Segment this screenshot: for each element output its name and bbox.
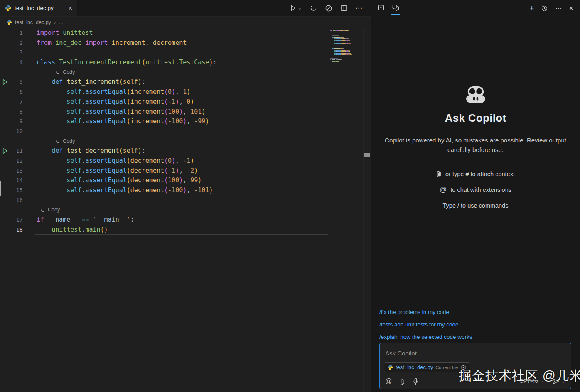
line-number: 15 xyxy=(0,186,23,196)
codelens-label: Cody xyxy=(63,68,75,78)
code-text[interactable]: if __name__ == '__main__': xyxy=(37,215,134,225)
code-line[interactable]: 7 self.assertEqual(increment(-1), 0) xyxy=(0,97,328,107)
new-edit-session-icon[interactable] xyxy=(378,4,385,13)
code-text[interactable]: self.assertEqual(increment(-100), -99) xyxy=(37,117,209,127)
codelens-label: Cody xyxy=(48,205,60,215)
tab-test-inc-dec[interactable]: test_inc_dec.py × xyxy=(0,0,78,16)
code-line[interactable]: 12 self.assertEqual(decrement(0), -1) xyxy=(0,156,328,166)
code-line[interactable]: 1import unittest xyxy=(0,28,328,38)
breadcrumb[interactable]: test_inc_dec.py › ... xyxy=(0,17,371,28)
line-number: 12 xyxy=(0,156,23,166)
copilot-logo-icon xyxy=(371,85,580,105)
line-number: 2 xyxy=(0,38,23,48)
editor-group: test_inc_dec.py × ⌄ ⋯ test_inc_dec.py › xyxy=(0,0,371,392)
code-line[interactable]: 11 def test_decrement(self): xyxy=(0,146,328,156)
history-icon[interactable] xyxy=(541,5,548,12)
code-line[interactable]: 15 self.assertEqual(decrement(-100), -10… xyxy=(0,186,328,196)
codelens-cody-link[interactable]: Cody xyxy=(55,137,75,147)
panel-more-actions-icon[interactable]: ⋯ xyxy=(555,5,562,12)
code-text[interactable]: self.assertEqual(increment(-1), 0) xyxy=(37,97,194,107)
python-file-icon xyxy=(7,20,12,25)
split-editor-icon[interactable] xyxy=(340,5,347,12)
codelens-cody-link[interactable]: Cody xyxy=(55,68,75,78)
breadcrumb-file[interactable]: test_inc_dec.py xyxy=(15,20,51,25)
code-text[interactable]: self.assertEqual(increment(0), 1) xyxy=(37,87,190,97)
code-text[interactable]: self.assertEqual(decrement(0), -1) xyxy=(37,156,194,166)
line-number: 8 xyxy=(0,107,23,117)
code-line[interactable]: 13 self.assertEqual(decrement(-1), -2) xyxy=(0,166,328,176)
codelens-row: Cody xyxy=(0,205,328,215)
code-text[interactable]: self.assertEqual(decrement(100), 99) xyxy=(37,176,202,186)
code-text[interactable]: def test_increment(self): xyxy=(37,77,145,87)
python-file-icon xyxy=(388,365,393,370)
copilot-command-link[interactable]: /fix the problems in my code xyxy=(379,308,472,320)
context-chip[interactable]: test_inc_dec.py Current file xyxy=(384,362,470,372)
code-text[interactable]: class TestIncrementDecrement(unittest.Te… xyxy=(37,58,217,68)
microphone-icon[interactable] xyxy=(413,378,418,385)
codelens-cody-link[interactable]: Cody xyxy=(40,205,60,215)
line-number: 18 xyxy=(0,225,23,235)
code-line[interactable]: 2from inc_dec import increment, decremen… xyxy=(0,38,328,48)
codelens-row: Cody xyxy=(0,68,328,78)
code-text[interactable]: self.assertEqual(increment(100), 101) xyxy=(37,107,205,117)
cody-lens-icon xyxy=(55,70,61,75)
hint-attach-text: or type # to attach context xyxy=(445,171,515,177)
hint-extensions: @ to chat with extensions xyxy=(371,185,580,194)
mention-icon[interactable]: @ xyxy=(385,377,392,385)
code-line[interactable]: 16 xyxy=(0,196,328,206)
eye-icon[interactable] xyxy=(460,365,467,370)
send-options-chevron-icon[interactable]: ⌄ xyxy=(561,379,565,384)
code-line[interactable]: 17if __name__ == '__main__': xyxy=(0,215,328,225)
code-text[interactable]: from inc_dec import increment, decrement xyxy=(37,38,187,48)
code-text[interactable]: self.assertEqual(decrement(-1), -2) xyxy=(37,166,198,176)
send-button[interactable]: ⌄ xyxy=(553,378,565,385)
breadcrumb-separator-icon: › xyxy=(54,19,56,25)
code-editor[interactable]: 1import unittest2from inc_dec import inc… xyxy=(0,28,328,235)
line-number: 17 xyxy=(0,215,23,225)
cody-lens-icon xyxy=(55,139,61,144)
code-line[interactable]: 5 def test_increment(self): xyxy=(0,77,328,87)
code-text[interactable]: import unittest xyxy=(37,28,93,38)
left-edge-decoration xyxy=(0,181,1,196)
code-line[interactable]: 3 xyxy=(0,48,328,58)
line-number: 1 xyxy=(0,28,23,38)
sourcegraph-icon[interactable] xyxy=(325,5,332,12)
code-line[interactable]: 14 self.assertEqual(decrement(100), 99) xyxy=(0,176,328,186)
chat-input-box[interactable]: Ask Copilot test_inc_dec.py Current file… xyxy=(379,343,571,389)
line-number: 14 xyxy=(0,176,23,186)
copilot-command-link[interactable]: /tests add unit tests for my code xyxy=(379,320,472,333)
chat-input-toolbar: @ xyxy=(385,377,418,385)
scrollbar-thumb[interactable] xyxy=(364,153,370,157)
line-number: 4 xyxy=(0,58,23,68)
code-line[interactable]: 6 self.assertEqual(increment(0), 1) xyxy=(0,87,328,97)
copilot-welcome: Ask Copilot Copilot is powered by AI, so… xyxy=(371,85,580,217)
hint-commands: Type / to use commands xyxy=(371,201,580,210)
minimap[interactable] xyxy=(330,29,356,63)
code-line[interactable]: 4class TestIncrementDecrement(unittest.T… xyxy=(0,58,328,68)
code-text[interactable]: unittest.main() xyxy=(37,225,108,235)
hint-extensions-text: to chat with extensions xyxy=(450,186,511,193)
model-picker[interactable]: GPT-4o ⌄ xyxy=(519,378,543,384)
run-dropdown-chevron-icon[interactable]: ⌄ xyxy=(298,5,302,11)
copilot-panel: + ⋯ × Ask Copilot Copilot is powered by … xyxy=(371,0,580,392)
code-line[interactable]: 18 unittest.main() xyxy=(0,225,328,235)
cody-icon[interactable] xyxy=(310,5,317,12)
code-text[interactable]: def test_decrement(self): xyxy=(37,146,145,156)
python-file-icon xyxy=(5,5,11,11)
attach-paperclip-icon[interactable] xyxy=(400,378,405,385)
breadcrumb-more[interactable]: ... xyxy=(59,20,63,25)
tab-title: test_inc_dec.py xyxy=(15,5,54,11)
codelens-row: Cody xyxy=(0,137,328,147)
code-text[interactable]: self.assertEqual(decrement(-100), -101) xyxy=(37,186,213,196)
code-line[interactable]: 9 self.assertEqual(increment(-100), -99) xyxy=(0,117,328,127)
code-line[interactable]: 8 self.assertEqual(increment(100), 101) xyxy=(0,107,328,117)
new-chat-icon[interactable]: + xyxy=(529,4,534,13)
editor-more-actions-icon[interactable]: ⋯ xyxy=(355,4,362,12)
run-python-file-button[interactable]: ⌄ xyxy=(290,5,302,12)
editor-actions: ⌄ ⋯ xyxy=(290,0,371,16)
tab-close-icon[interactable]: × xyxy=(69,5,72,12)
code-line[interactable]: 10 xyxy=(0,127,328,137)
panel-close-icon[interactable]: × xyxy=(569,4,573,13)
chat-tab-icon[interactable] xyxy=(391,4,399,13)
line-number: 3 xyxy=(0,48,23,58)
